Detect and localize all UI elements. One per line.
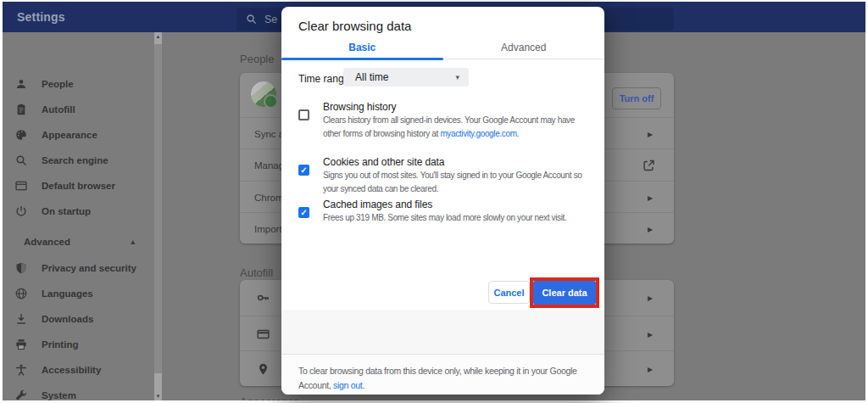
location-pin-icon [257, 363, 270, 376]
item-desc: Frees up 319 MB. Some sites may load mor… [323, 211, 566, 225]
time-range-value: All time [355, 71, 388, 83]
search-icon [15, 154, 27, 166]
highlight-box: Clear data [530, 277, 599, 308]
item-title: Cookies and other site data [323, 155, 582, 169]
browser-icon [15, 180, 27, 192]
checkbox-cookies[interactable]: ✓ [298, 165, 309, 176]
chevron-right-icon: ▸ [648, 292, 653, 304]
sidebar-item-label: People [42, 79, 74, 89]
tab-basic[interactable]: Basic [281, 36, 443, 59]
sidebar-advanced-toggle[interactable]: Advanced ▴ [3, 229, 152, 255]
checkbox-browsing-history[interactable] [298, 109, 309, 120]
item-desc: other forms of browsing history at myact… [323, 127, 575, 141]
row-label: Manag [254, 160, 284, 171]
wrench-icon [15, 389, 27, 400]
row-label: Import [254, 224, 282, 234]
clear-data-button[interactable]: Clear data [533, 281, 596, 305]
chevron-right-icon: ▸ [648, 328, 653, 340]
sidebar-item-label: Default browser [42, 181, 115, 191]
sidebar-item-label: Privacy and security [42, 263, 136, 273]
sync-badge-icon [264, 94, 278, 109]
chevron-right-icon: ▸ [648, 363, 653, 375]
advanced-label: Advanced [24, 237, 70, 247]
search-placeholder-fragment: Se [264, 14, 277, 25]
sidebar-item-languages[interactable]: Languages [3, 281, 152, 306]
sidebar-item-label: On startup [42, 206, 91, 216]
sidebar: People Autofill Appearance Search engine… [3, 32, 162, 400]
sidebar-scrollbar[interactable]: ▲ ▼ [154, 32, 162, 400]
sidebar-item-people[interactable]: People [3, 71, 152, 97]
people-section-heading: People [240, 53, 274, 65]
dialog-footer: To clear browsing data from this device … [281, 354, 604, 395]
sidebar-item-system[interactable]: System [3, 383, 152, 400]
palette-icon [15, 129, 27, 141]
scroll-down-icon[interactable]: ▼ [154, 394, 162, 399]
sidebar-item-search-engine[interactable]: Search engine [3, 148, 152, 173]
sidebar-item-privacy-and-security[interactable]: Privacy and security [3, 255, 152, 281]
autofill-section-heading: Autofill [240, 266, 273, 279]
clear-browsing-data-dialog: Clear browsing data Basic Advanced Time … [281, 7, 604, 395]
clipboard-icon [15, 104, 27, 115]
check-icon: ✓ [300, 209, 307, 217]
download-icon [15, 313, 27, 325]
key-icon [257, 292, 270, 305]
sidebar-item-on-startup[interactable]: On startup [3, 199, 152, 224]
sidebar-item-accessibility[interactable]: Accessibility [3, 357, 152, 383]
chevron-right-icon: ▸ [648, 192, 653, 204]
item-desc: your synced data can be cleared. [323, 182, 582, 196]
sidebar-item-downloads[interactable]: Downloads [3, 306, 152, 332]
scroll-up-icon[interactable]: ▲ [154, 34, 162, 39]
check-icon: ✓ [300, 166, 307, 175]
browsing-history-item: Browsing history Clears history from all… [298, 100, 596, 141]
sidebar-item-label: System [42, 390, 76, 400]
time-range-label: Time range [298, 73, 349, 85]
sidebar-item-label: Search engine [42, 155, 108, 165]
scrollbar-thumb[interactable] [154, 44, 162, 373]
sidebar-item-label: Autofill [42, 104, 75, 115]
dialog-tabs: Basic Advanced [281, 36, 604, 59]
turn-off-button[interactable]: Turn off [612, 87, 661, 109]
sidebar-item-printing[interactable]: Printing [3, 332, 152, 357]
sign-out-link[interactable]: sign out [333, 380, 362, 390]
myactivity-link[interactable]: myactivity.google.com [440, 129, 516, 138]
power-icon [15, 205, 27, 217]
footer-line: To clear browsing data from this device … [298, 364, 587, 378]
page-title: Settings [17, 10, 65, 24]
item-desc: Clears history from all signed-in device… [323, 114, 575, 127]
sidebar-item-label: Appearance [42, 130, 97, 140]
appearance-section-heading: Appearance [240, 395, 299, 400]
time-range-select[interactable]: All time ▾ [343, 68, 469, 87]
active-tab-underline [281, 58, 443, 60]
sidebar-item-label: Printing [42, 339, 78, 350]
person-icon [15, 78, 27, 90]
sidebar-item-label: Downloads [42, 314, 93, 324]
footer-line: Account, sign out. [298, 378, 587, 393]
search-icon [246, 14, 257, 25]
shield-icon [15, 262, 27, 274]
external-link-icon [643, 160, 655, 172]
caret-down-icon: ▾ [455, 73, 459, 81]
dialog-spacer [281, 310, 604, 354]
sidebar-item-appearance[interactable]: Appearance [3, 122, 152, 148]
sidebar-item-autofill[interactable]: Autofill [3, 97, 152, 122]
row-label: Sync a [254, 129, 284, 139]
item-title: Browsing history [323, 100, 575, 114]
row-label: Chrom [254, 193, 284, 203]
accessibility-icon [15, 364, 27, 376]
credit-card-icon [257, 327, 270, 340]
chevron-right-icon: ▸ [648, 223, 653, 235]
sidebar-item-label: Languages [42, 288, 93, 299]
sidebar-item-default-browser[interactable]: Default browser [3, 173, 152, 199]
caret-up-icon: ▴ [131, 238, 135, 246]
avatar [251, 81, 276, 107]
cached-images-item: ✓ Cached images and files Frees up 319 M… [298, 198, 596, 225]
cookies-item: ✓ Cookies and other site data Signs you … [298, 155, 596, 196]
printer-icon [15, 339, 27, 350]
tab-advanced[interactable]: Advanced [443, 36, 605, 59]
checkbox-cached-images[interactable]: ✓ [298, 207, 309, 218]
item-title: Cached images and files [323, 198, 566, 211]
cancel-button[interactable]: Cancel [488, 281, 530, 304]
chevron-right-icon: ▸ [648, 128, 653, 140]
dialog-title: Clear browsing data [298, 19, 411, 33]
sidebar-item-label: Accessibility [42, 365, 101, 375]
